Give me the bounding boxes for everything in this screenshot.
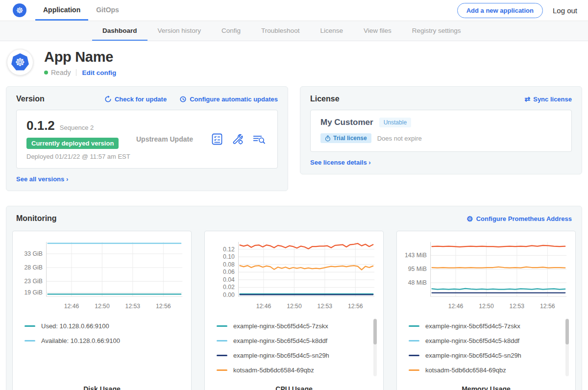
x-tick-label: 12:46 <box>256 303 271 310</box>
sync-license-link[interactable]: ⇄ Sync license <box>524 96 572 103</box>
tab-config[interactable]: Config <box>211 21 251 41</box>
check-for-update-label: Check for update <box>115 96 167 103</box>
edit-config-link[interactable]: Edit config <box>82 69 116 76</box>
disk-usage-chart: 12:4612:5012:5312:5619 GiB23 GiB28 GiB33… <box>18 238 186 314</box>
preflight-checks-icon[interactable] <box>211 133 223 146</box>
series-line <box>240 244 373 249</box>
license-card: License ⇄ Sync license My Customer Unsta… <box>300 86 582 174</box>
top-nav: ☸ Application GitOps Add a new applicati… <box>0 0 588 21</box>
x-tick-label: 12:46 <box>448 303 464 310</box>
chevron-right-icon: › <box>66 175 68 183</box>
monitoring-card: Monitoring ⚙ Configure Prometheus Addres… <box>6 206 582 390</box>
legend-label: Used: 10.128.0.66:9100 <box>41 322 109 330</box>
series-line <box>240 266 373 270</box>
channel-badge: Unstable <box>379 118 411 127</box>
y-tick-label: 28 GiB <box>24 264 43 271</box>
legend-label: example-nginx-5bc6f5d4c5-7zskx <box>425 322 520 330</box>
gear-icon: ⚙ <box>466 215 473 222</box>
legend-scrollbar[interactable] <box>565 318 569 376</box>
page-title: App Name <box>44 49 116 65</box>
disk-usage-legend: Used: 10.128.0.66:9100Available: 10.128.… <box>18 317 186 378</box>
chevron-right-icon: › <box>368 159 370 166</box>
chart-title: Memory Usage <box>402 385 570 390</box>
legend-label: example-nginx-5bc6f5d4c5-sn29h <box>233 352 329 359</box>
trial-license-label: Trial license <box>333 135 367 142</box>
legend-item: example-nginx-5bc6f5d4c5-7zskx <box>409 318 562 333</box>
check-for-update-link[interactable]: Check for update <box>104 96 167 103</box>
legend-color-dash <box>217 355 227 356</box>
y-tick-label: 0.06 <box>223 268 235 275</box>
legend-label: example-nginx-5bc6f5d4c5-sn29h <box>425 352 521 359</box>
x-tick-label: 12:53 <box>125 303 141 310</box>
legend-color-dash <box>409 369 419 371</box>
version-number: 0.1.2 <box>26 118 55 133</box>
deploy-logs-icon[interactable] <box>252 133 266 146</box>
y-tick-label: 0.04 <box>223 276 235 283</box>
sync-license-label: Sync license <box>533 96 572 103</box>
tab-gitops[interactable]: GitOps <box>88 0 127 21</box>
x-tick-label: 12:56 <box>540 303 555 310</box>
scrollbar-thumb[interactable] <box>373 319 377 344</box>
tab-troubleshoot[interactable]: Troubleshoot <box>251 21 310 41</box>
expiry-label: Does not expire <box>377 135 422 142</box>
see-license-details-link[interactable]: See license details › <box>310 159 572 166</box>
tab-application[interactable]: Application <box>35 0 88 21</box>
configure-automatic-updates-label: Configure automatic updates <box>190 96 278 103</box>
legend-label: Available: 10.128.0.66:9100 <box>41 337 120 344</box>
x-tick-label: 12:50 <box>95 303 110 310</box>
tab-registry-settings[interactable]: Registry settings <box>402 21 471 41</box>
version-card: Version Check for update <box>6 86 288 191</box>
y-tick-label: 0.08 <box>223 261 235 268</box>
legend-item: example-nginx-5bc6f5d4c5-sn29h <box>217 348 369 363</box>
logout-button[interactable]: Log out <box>553 6 577 15</box>
legend-color-dash <box>24 325 35 327</box>
configure-automatic-updates-link[interactable]: Configure automatic updates <box>179 96 278 103</box>
current-version-box: 0.1.2 Sequence 2 Currently deployed vers… <box>16 110 278 169</box>
svg-text:☸: ☸ <box>15 56 25 69</box>
legend-color-dash <box>24 340 35 341</box>
scrollbar-thumb[interactable] <box>565 319 569 344</box>
sync-icon: ⇄ <box>524 96 530 102</box>
refresh-icon <box>104 96 112 103</box>
tab-dashboard[interactable]: Dashboard <box>92 21 147 41</box>
legend-scrollbar[interactable] <box>373 318 377 376</box>
add-application-button[interactable]: Add a new application <box>457 3 543 18</box>
license-summary-box: My Customer Unstable Trial license Does … <box>310 110 572 152</box>
tab-license[interactable]: License <box>310 21 353 41</box>
legend-label: example-nginx-5bc6f5d4c5-k8ddf <box>233 337 327 344</box>
x-tick-label: 12:46 <box>64 303 79 310</box>
chart-title: Disk Usage <box>18 385 186 390</box>
stopwatch-icon <box>325 135 331 142</box>
tab-view-files[interactable]: View files <box>353 21 402 41</box>
tab-version-history[interactable]: Version history <box>147 21 212 41</box>
legend-label: kotsadm-5db6dc6584-69qbz <box>233 366 314 374</box>
divider <box>76 69 76 76</box>
see-all-versions-link[interactable]: See all versions › <box>16 175 278 183</box>
legend-item: Used: 10.128.0.66:9100 <box>24 318 177 333</box>
currently-deployed-badge: Currently deployed version <box>26 138 119 149</box>
app-avatar: ☸ <box>7 49 33 75</box>
y-tick-label: 0.10 <box>223 253 235 260</box>
update-type-label: Upstream Update <box>133 135 211 143</box>
legend-item: kotsadm-5db6dc6584-69qbz <box>217 363 369 377</box>
disk-usage-chart-card: 12:4612:5012:5312:5619 GiB23 GiB28 GiB33… <box>12 231 192 390</box>
app-sub-nav: Dashboard Version history Config Trouble… <box>0 21 588 41</box>
y-tick-label: 0.02 <box>223 284 235 291</box>
x-tick-label: 12:50 <box>479 303 494 310</box>
kubernetes-logo-icon: ☸ <box>13 3 26 17</box>
cpu-usage-chart-card: 12:4612:5012:5312:560.000.020.040.060.08… <box>204 231 384 390</box>
legend-color-dash <box>409 325 419 327</box>
legend-item: example-nginx-5bc6f5d4c5-sn29h <box>409 348 562 363</box>
legend-color-dash <box>217 325 227 327</box>
series-line <box>432 267 565 268</box>
legend-item: example-nginx-5bc6f5d4c5-k8ddf <box>409 333 562 348</box>
config-wrench-icon[interactable] <box>231 133 244 146</box>
configure-prometheus-label: Configure Prometheus Address <box>476 215 572 222</box>
status-badge: Ready <box>51 69 71 76</box>
kubernetes-wheel-glyph: ☸ <box>16 6 23 15</box>
ready-status-dot <box>44 71 48 74</box>
version-card-title: Version <box>16 95 45 103</box>
configure-prometheus-link[interactable]: ⚙ Configure Prometheus Address <box>466 215 572 222</box>
customer-name: My Customer <box>320 118 373 127</box>
top-nav-right: Add a new application Log out <box>457 0 588 21</box>
